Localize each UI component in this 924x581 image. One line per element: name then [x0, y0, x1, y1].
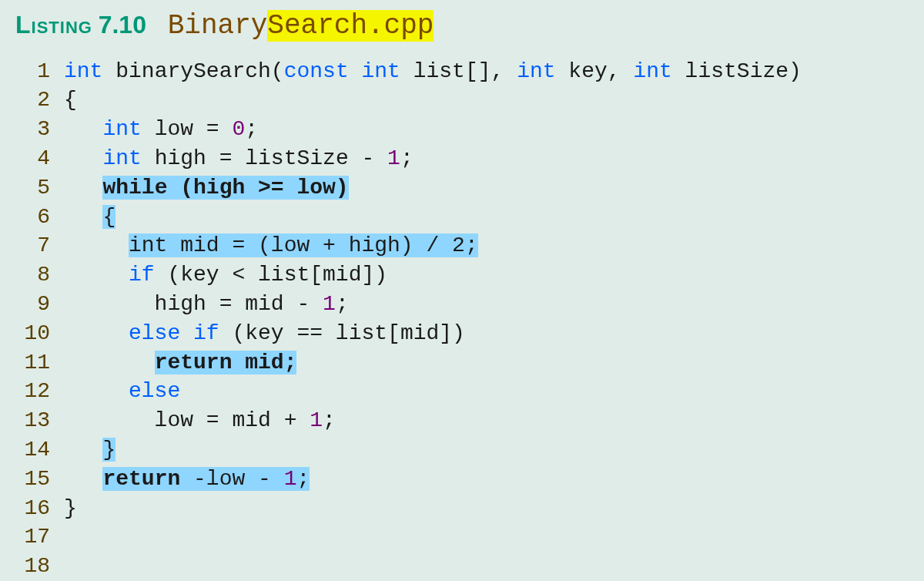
code-line: {: [64, 86, 802, 115]
code-line: }: [64, 494, 802, 523]
code-line: high = mid - 1;: [64, 290, 802, 319]
listing-label: Listing: [15, 11, 92, 39]
listing-filename: BinarySearch.cpp: [168, 10, 434, 42]
code-line: low = mid + 1;: [64, 406, 802, 435]
code-line: {: [64, 203, 802, 232]
code-line: return -low - 1;: [64, 465, 802, 494]
code-line: if (key < list[mid]): [64, 260, 802, 290]
code-line: else: [64, 377, 802, 406]
listing-number: 7.10: [99, 11, 146, 39]
code-line: return mid;: [64, 348, 802, 378]
code-line: while (high >= low): [64, 173, 802, 203]
listing-header: Listing 7.10 BinarySearch.cpp: [15, 8, 909, 45]
code-line: int low = 0;: [64, 115, 802, 144]
code-content: int binarySearch(const int list[], int k…: [64, 57, 802, 581]
code-line: int high = listSize - 1;: [64, 144, 802, 173]
code-line: else if (key == list[mid]): [64, 319, 802, 348]
line-number-gutter: 123456789101112131415161718: [15, 57, 64, 581]
code-line: int binarySearch(const int list[], int k…: [64, 57, 802, 86]
code-line: int mid = (low + high) / 2;: [64, 231, 802, 260]
code-block: 123456789101112131415161718 int binarySe…: [15, 57, 909, 581]
code-line: }: [64, 435, 802, 465]
